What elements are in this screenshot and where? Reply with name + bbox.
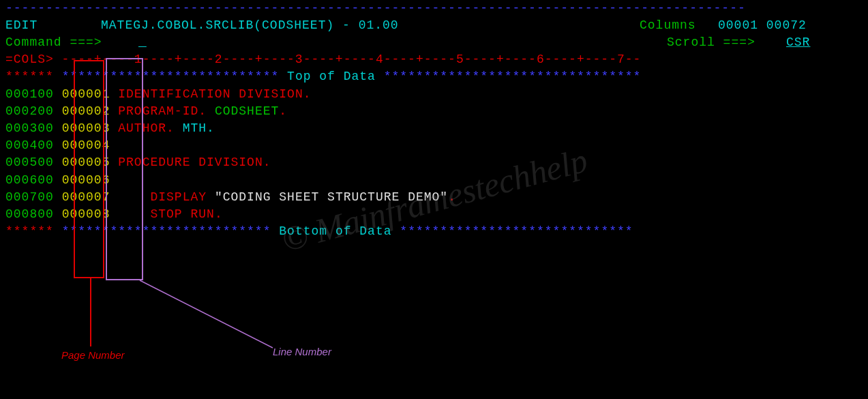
top-separator: ----------------------------------------… xyxy=(5,0,868,17)
line-number: 000003 xyxy=(62,121,110,135)
code-lines: 000100 000001 IDENTIFICATION DIVISION.00… xyxy=(5,86,868,224)
line-number: 000005 xyxy=(62,156,110,169)
code-line[interactable]: 000400 000004 xyxy=(5,137,868,154)
page-number-label: Page Number xyxy=(61,348,125,362)
header-line-1: EDIT MATEGJ.COBOL.SRCLIB(CODSHEET) - 01.… xyxy=(5,17,868,34)
scroll-label: Scroll ===> xyxy=(667,34,755,51)
code-token: "CODING SHEET STRUCTURE DEMO" xyxy=(215,190,448,204)
top-of-data: ****** *************************** Top o… xyxy=(5,68,868,85)
sequence-number: 000200 xyxy=(5,104,54,118)
code-token: AUTHOR. xyxy=(118,121,182,135)
code-token: MTH. xyxy=(183,121,215,135)
cols-ruler: =COLS> ----+----1----+----2----+----3---… xyxy=(5,51,868,68)
sequence-number: 000700 xyxy=(5,190,54,204)
code-token: IDENTIFICATION DIVISION. xyxy=(118,87,311,101)
sequence-number: 000400 xyxy=(5,138,54,152)
code-token: PROCEDURE DIVISION. xyxy=(118,156,271,169)
page-number-leader xyxy=(90,278,91,346)
sequence-number: 000500 xyxy=(5,156,54,169)
line-number: 000008 xyxy=(62,207,110,221)
line-number: 000004 xyxy=(62,138,110,152)
line-number-label: Line Number xyxy=(273,344,331,359)
sequence-number: 000600 xyxy=(5,173,54,187)
code-line[interactable]: 000300 000003 AUTHOR. MTH. xyxy=(5,120,868,137)
code-line[interactable]: 000500 000005 PROCEDURE DIVISION. xyxy=(5,154,868,171)
bottom-of-data: ****** ************************** Bottom… xyxy=(5,223,868,240)
command-label: Command ===> xyxy=(5,34,102,51)
code-line[interactable]: 000200 000002 PROGRAM-ID. CODSHEET. xyxy=(5,103,868,120)
code-token: DISPLAY xyxy=(150,190,214,204)
line-number: 000001 xyxy=(62,87,110,101)
code-line[interactable]: 000600 000006 xyxy=(5,172,868,189)
line-number: 000007 xyxy=(62,190,110,204)
header-line-2: Command ===> Scroll ===> CSR xyxy=(5,34,868,51)
line-number: 000006 xyxy=(62,173,110,187)
columns-label: Columns xyxy=(640,17,696,34)
code-token: CODSHEET xyxy=(215,104,279,118)
code-line[interactable]: 000100 000001 IDENTIFICATION DIVISION. xyxy=(5,86,868,103)
sequence-number: 000100 xyxy=(5,87,54,101)
svg-line-0 xyxy=(140,280,273,348)
code-line[interactable]: 000800 000008 STOP RUN. xyxy=(5,206,868,223)
code-token: STOP RUN. xyxy=(150,207,222,221)
code-token: . xyxy=(279,104,287,118)
dataset-name: MATEGJ.COBOL.SRCLIB(CODSHEET) - 01.00 xyxy=(101,17,399,34)
code-line[interactable]: 000700 000007 DISPLAY "CODING SHEET STRU… xyxy=(5,189,868,206)
mode-label: EDIT xyxy=(5,17,38,34)
sequence-number: 000800 xyxy=(5,207,54,221)
columns-value: 00001 00072 xyxy=(718,17,807,34)
scroll-input[interactable]: CSR xyxy=(786,34,810,51)
code-token: . xyxy=(448,190,456,204)
command-input[interactable] xyxy=(138,34,663,51)
line-number: 000002 xyxy=(62,104,110,118)
sequence-number: 000300 xyxy=(5,121,54,135)
code-token xyxy=(118,207,150,221)
code-token xyxy=(118,190,150,204)
code-token: PROGRAM-ID. xyxy=(118,104,215,118)
